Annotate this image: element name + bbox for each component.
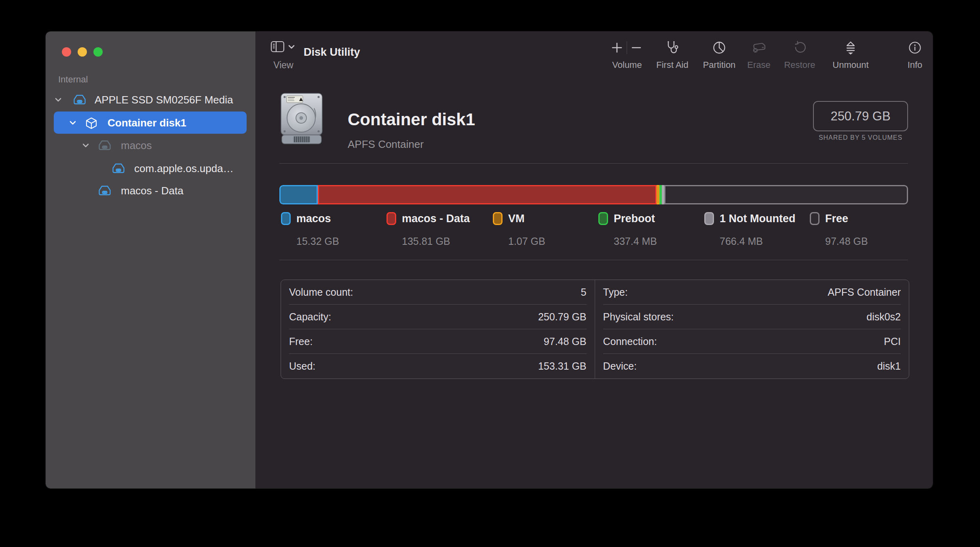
hard-drive-image <box>280 92 323 145</box>
row-label: Used: <box>289 360 315 372</box>
disk-icon <box>112 162 125 175</box>
usage-segment-macos <box>279 185 318 204</box>
legend-size: 135.81 GB <box>402 236 450 247</box>
row-value: PCI <box>884 336 901 347</box>
legend-divider <box>279 260 908 260</box>
table-row: Type: APFS Container <box>603 280 901 305</box>
erase-icon <box>751 41 767 55</box>
close-button[interactable] <box>62 47 71 57</box>
toolbar-label: Volume <box>612 60 642 70</box>
row-value: disk0s2 <box>866 311 901 323</box>
disk-utility-window: Internal APPLE SSD SM0256F Media <box>46 32 933 488</box>
sidebar-item-macos-data[interactable]: macos - Data <box>46 180 256 202</box>
usage-bar <box>279 185 908 204</box>
sidebar: Internal APPLE SSD SM0256F Media <box>46 32 256 488</box>
usage-segment-macos-data <box>318 185 657 204</box>
shared-volumes-note: SHARED BY 5 VOLUMES <box>813 134 908 141</box>
capacity-badge: 250.79 GB <box>813 101 908 131</box>
legend-size: 1.07 GB <box>508 236 545 247</box>
restore-icon <box>792 40 807 55</box>
zoom-button[interactable] <box>93 47 103 57</box>
volume-button-divider <box>627 41 627 54</box>
toolbar-label: Erase <box>747 60 770 70</box>
legend-label: macos <box>296 212 331 225</box>
window-title: Disk Utility <box>304 46 360 59</box>
partition-icon <box>712 40 727 55</box>
sidebar-item-label: macos - Data <box>121 185 184 197</box>
row-label: Volume count: <box>289 286 353 298</box>
legend-swatch-vm <box>493 212 503 225</box>
toolbar-unmount-button[interactable]: Unmount <box>820 32 881 77</box>
details-column-right: Type: APFS Container Physical stores: di… <box>595 280 909 379</box>
row-value: 153.31 GB <box>538 360 587 372</box>
legend-swatch-preboot <box>598 212 608 225</box>
traffic-lights <box>62 47 103 57</box>
row-value: 5 <box>581 286 587 298</box>
row-label: Physical stores: <box>603 311 674 323</box>
row-label: Free: <box>289 336 313 347</box>
sidebar-item-label: Container disk1 <box>108 116 186 129</box>
legend-size: 766.4 MB <box>720 236 763 247</box>
toolbar-label: Restore <box>784 60 815 70</box>
legend-label: Free <box>825 212 848 225</box>
table-row: Device: disk1 <box>603 354 901 379</box>
container-icon <box>85 117 99 129</box>
row-value: 250.79 GB <box>538 311 587 323</box>
legend-label: VM <box>508 212 525 225</box>
toolbar-label: Info <box>908 60 923 70</box>
sidebar-section-internal: Internal <box>58 74 88 85</box>
row-value: 97.48 GB <box>544 336 587 347</box>
table-row: Used: 153.31 GB <box>289 354 587 379</box>
row-label: Type: <box>603 286 628 298</box>
disk-icon <box>98 185 112 197</box>
toolbar: View Disk Utility Volume <box>256 32 933 77</box>
table-row: Physical stores: disk0s2 <box>603 305 901 329</box>
info-icon <box>908 41 922 55</box>
table-row: Free: 97.48 GB <box>289 329 587 354</box>
legend-swatch-free <box>810 212 819 225</box>
row-label: Connection: <box>603 336 657 347</box>
sidebar-item-label: com.apple.os.upda… <box>134 162 234 175</box>
table-row: Connection: PCI <box>603 329 901 354</box>
legend-swatch-macos-data <box>387 212 396 225</box>
legend-size: 97.48 GB <box>825 236 868 247</box>
legend-label: 1 Not Mounted <box>720 212 795 225</box>
legend-label: macos - Data <box>402 212 470 225</box>
toolbar-label: Unmount <box>832 60 868 70</box>
legend-swatch-macos <box>281 212 291 225</box>
sidebar-item-apple-ssd[interactable]: APPLE SSD SM0256F Media <box>46 89 256 111</box>
header-divider <box>279 163 908 164</box>
page-title: Container disk1 <box>348 110 475 129</box>
table-row: Capacity: 250.79 GB <box>289 305 587 329</box>
row-label: Device: <box>603 360 637 372</box>
chevron-down-icon[interactable] <box>54 95 63 104</box>
toolbar-label: First Aid <box>656 60 688 70</box>
page-subtitle: APFS Container <box>348 138 424 151</box>
details-column-left: Volume count: 5 Capacity: 250.79 GB Free… <box>281 280 595 379</box>
plus-icon[interactable] <box>611 42 623 54</box>
details-table: Volume count: 5 Capacity: 250.79 GB Free… <box>281 280 909 379</box>
row-value: disk1 <box>877 360 901 372</box>
disk-icon <box>98 139 112 151</box>
toolbar-info-button[interactable]: Info <box>885 32 933 77</box>
sidebar-item-label: APPLE SSD SM0256F Media <box>95 94 233 106</box>
main-panel: View Disk Utility Volume <box>256 32 933 488</box>
usage-segment-vm <box>657 185 659 204</box>
legend-label: Preboot <box>614 212 655 225</box>
view-button[interactable] <box>270 39 303 58</box>
first-aid-icon <box>665 40 680 55</box>
legend-size: 15.32 GB <box>296 236 339 247</box>
sidebar-item-com-apple-os-update[interactable]: com.apple.os.upda… <box>46 158 256 179</box>
legend-swatch-not-mounted <box>704 212 714 225</box>
chevron-down-icon[interactable] <box>81 141 90 150</box>
content-area: Container disk1 APFS Container 250.79 GB… <box>256 77 933 488</box>
minimize-button[interactable] <box>78 47 87 57</box>
sidebar-item-macos[interactable]: macos <box>46 135 256 156</box>
sidebar-item-label: macos <box>121 139 152 152</box>
chevron-down-icon[interactable] <box>68 118 77 127</box>
sidebar-item-container-disk1[interactable]: Container disk1 <box>46 112 256 134</box>
row-label: Capacity: <box>289 311 331 323</box>
unmount-icon <box>844 40 858 55</box>
view-button-label: View <box>273 60 293 71</box>
table-row: Volume count: 5 <box>289 280 587 305</box>
